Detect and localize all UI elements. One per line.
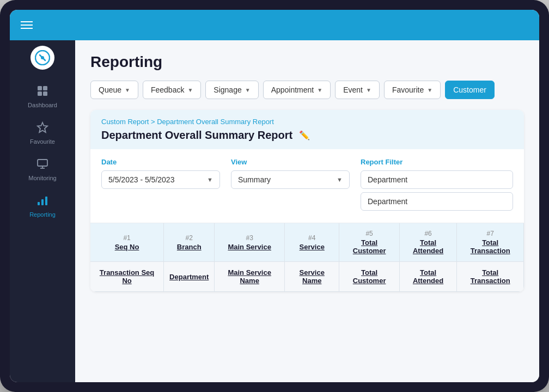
col-5-label: Total Customer	[353, 238, 386, 255]
col-6-num: #6	[405, 230, 452, 237]
date-filter-select[interactable]: 5/5/2023 - 5/5/2023 ▼	[101, 170, 220, 189]
col-total-transaction[interactable]: #7 Total Transaction	[457, 223, 524, 262]
col-h2-1-label: Transaction Seq No	[100, 268, 154, 285]
tab-favourite[interactable]: Favourite ▼	[384, 81, 441, 99]
tab-event[interactable]: Event ▼	[335, 81, 380, 99]
sidebar-item-dashboard[interactable]: Dashboard	[10, 78, 75, 115]
svg-point-2	[41, 56, 44, 59]
report-filter-group: Report Filter Department Department	[361, 158, 513, 214]
tab-queue[interactable]: Queue ▼	[90, 81, 138, 99]
svg-rect-4	[43, 86, 47, 90]
sidebar-item-monitoring[interactable]: Monitoring	[10, 151, 75, 188]
tab-feedback[interactable]: Feedback ▼	[143, 81, 201, 99]
col-h2-3[interactable]: Main Service Name	[215, 262, 285, 292]
col-1-label: Seq No	[115, 243, 139, 251]
tab-queue-chevron: ▼	[125, 87, 130, 93]
svg-rect-6	[43, 91, 47, 96]
col-h2-4-label: Service Name	[300, 268, 325, 285]
report-title: Department Overall Summary Report	[101, 129, 292, 142]
edit-icon[interactable]: ✏️	[299, 130, 310, 140]
col-service[interactable]: #4 Service	[285, 223, 339, 262]
col-5-num: #5	[345, 230, 393, 237]
col-h2-1[interactable]: Transaction Seq No	[90, 262, 164, 292]
reporting-icon	[36, 194, 48, 209]
sidebar-item-reporting[interactable]: Reporting	[10, 188, 75, 224]
sidebar-logo	[30, 46, 54, 70]
report-filter-item-1[interactable]: Department	[361, 170, 513, 189]
table-wrapper: #1 Seq No #2 Branch #3 M	[90, 223, 524, 292]
tab-event-label: Event	[343, 85, 363, 94]
col-main-service[interactable]: #3 Main Service	[215, 223, 285, 262]
svg-rect-13	[45, 197, 47, 205]
col-h2-2-label: Department	[169, 273, 209, 281]
tab-appointment-chevron: ▼	[317, 87, 322, 93]
date-filter-chevron: ▼	[207, 176, 213, 183]
breadcrumb: Custom Report > Department Overall Summa…	[101, 118, 513, 126]
col-total-attended[interactable]: #6 Total Attended	[399, 223, 457, 262]
col-4-label: Service	[300, 243, 325, 251]
col-3-label: Main Service	[228, 243, 271, 251]
report-filter-label: Report Filter	[361, 158, 513, 166]
monitoring-icon	[36, 158, 48, 173]
col-seq-no[interactable]: #1 Seq No	[90, 223, 164, 262]
reporting-label: Reporting	[29, 211, 56, 218]
col-branch[interactable]: #2 Branch	[164, 223, 215, 262]
main-layout: Dashboard Favourite	[10, 40, 539, 382]
monitoring-label: Monitoring	[28, 175, 56, 181]
topbar	[10, 10, 539, 40]
tab-favourite-chevron: ▼	[427, 87, 432, 93]
col-2-label: Branch	[177, 243, 202, 251]
device-frame: Dashboard Favourite	[0, 0, 549, 392]
col-4-num: #4	[290, 234, 333, 242]
col-h2-2[interactable]: Department	[164, 262, 215, 292]
sidebar-item-favourite[interactable]: Favourite	[10, 115, 75, 151]
svg-rect-3	[38, 86, 42, 90]
content-area: Reporting Queue ▼ Feedback ▼ Signage ▼	[75, 40, 539, 382]
tab-customer[interactable]: Customer	[445, 81, 495, 99]
view-filter-group: View Summary ▼	[231, 158, 361, 189]
svg-rect-5	[38, 91, 42, 96]
tab-event-chevron: ▼	[366, 87, 371, 93]
col-h2-5[interactable]: Total Customer	[339, 262, 399, 292]
report-table: #1 Seq No #2 Branch #3 M	[90, 223, 524, 292]
tab-signage[interactable]: Signage ▼	[205, 81, 258, 99]
page-title: Reporting	[90, 53, 524, 71]
col-total-customer[interactable]: #5 Total Customer	[339, 223, 399, 262]
date-filter-value: 5/5/2023 - 5/5/2023	[108, 175, 174, 184]
dashboard-icon	[36, 85, 48, 100]
col-h2-6[interactable]: Total Attended	[399, 262, 457, 292]
favourite-label: Favourite	[30, 138, 55, 145]
table-header-row-1: #1 Seq No #2 Branch #3 M	[90, 223, 524, 262]
date-filter-group: Date 5/5/2023 - 5/5/2023 ▼	[101, 158, 231, 189]
tab-appointment[interactable]: Appointment ▼	[263, 81, 331, 99]
view-filter-chevron: ▼	[337, 176, 343, 183]
dashboard-label: Dashboard	[28, 102, 57, 108]
report-title-row: Department Overall Summary Report ✏️	[101, 129, 513, 142]
view-filter-value: Summary	[238, 175, 271, 184]
tab-favourite-label: Favourite	[392, 85, 424, 94]
device-inner: Dashboard Favourite	[10, 10, 539, 382]
filters-row: Date 5/5/2023 - 5/5/2023 ▼ View Summary …	[90, 149, 524, 223]
svg-rect-12	[41, 199, 44, 205]
tab-feedback-label: Feedback	[151, 85, 184, 94]
tab-signage-label: Signage	[213, 85, 241, 94]
col-h2-3-label: Main Service Name	[228, 268, 271, 285]
col-2-num: #2	[169, 234, 209, 242]
col-h2-7[interactable]: Total Transaction	[457, 262, 524, 292]
col-1-num: #1	[96, 234, 158, 242]
date-filter-label: Date	[101, 158, 220, 166]
tab-appointment-label: Appointment	[271, 85, 314, 94]
col-h2-4[interactable]: Service Name	[285, 262, 339, 292]
col-h2-6-label: Total Attended	[413, 268, 443, 285]
col-7-label: Total Transaction	[471, 238, 510, 255]
hamburger-icon[interactable]	[21, 21, 33, 29]
view-filter-label: View	[231, 158, 350, 166]
col-3-num: #3	[220, 234, 279, 242]
sidebar: Dashboard Favourite	[10, 40, 75, 382]
svg-marker-7	[38, 122, 47, 132]
view-filter-select[interactable]: Summary ▼	[231, 170, 350, 189]
col-h2-7-label: Total Transaction	[471, 268, 510, 285]
col-h2-5-label: Total Customer	[353, 268, 386, 285]
report-filter-item-2[interactable]: Department	[361, 192, 513, 211]
table-header-row-2: Transaction Seq No Department Main Servi…	[90, 262, 524, 292]
